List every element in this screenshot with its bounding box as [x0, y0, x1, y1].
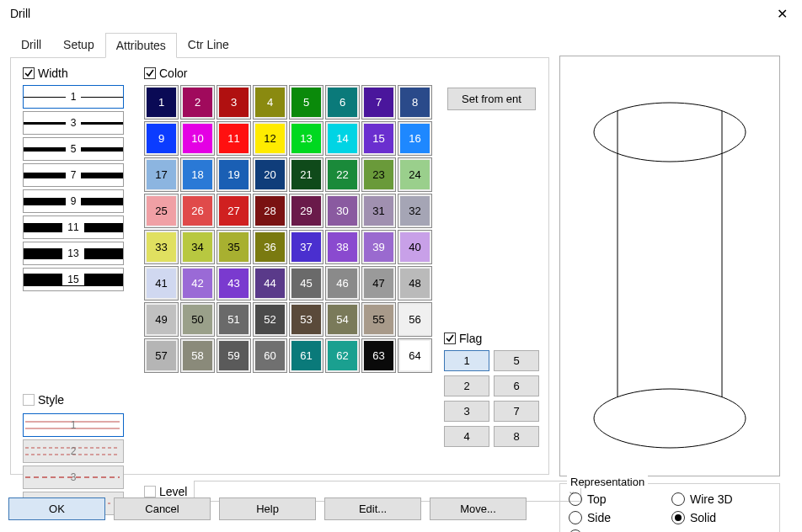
color-swatch-39[interactable]: 39	[361, 230, 396, 264]
color-swatch-29[interactable]: 29	[289, 194, 323, 228]
color-swatch-14[interactable]: 14	[325, 121, 360, 156]
color-swatch-15[interactable]: 15	[361, 121, 396, 156]
width-option-3[interactable]: 3	[23, 111, 124, 135]
color-swatch-24[interactable]: 24	[398, 157, 432, 192]
width-option-15[interactable]: 15	[23, 268, 124, 291]
width-option-13[interactable]: 13	[23, 242, 124, 265]
color-swatch-25[interactable]: 25	[144, 194, 179, 228]
color-swatch-17[interactable]: 17	[144, 157, 179, 192]
flag-option-2[interactable]: 2	[444, 375, 489, 396]
flag-option-1[interactable]: 1	[444, 350, 489, 371]
edit-button[interactable]: Edit...	[324, 497, 421, 520]
color-swatch-50[interactable]: 50	[180, 302, 215, 337]
color-swatch-35[interactable]: 35	[217, 230, 251, 264]
color-swatch-33[interactable]: 33	[144, 230, 179, 264]
close-button[interactable]: ✕	[772, 6, 792, 22]
style-option-2[interactable]: 2	[23, 439, 124, 463]
level-checkbox[interactable]: Level	[144, 485, 187, 498]
color-swatch-27[interactable]: 27	[217, 194, 251, 228]
style-option-1[interactable]: 1	[23, 413, 124, 437]
width-option-9[interactable]: 9	[23, 189, 124, 213]
color-swatch-55[interactable]: 55	[361, 302, 396, 337]
color-swatch-49[interactable]: 49	[144, 302, 179, 337]
color-swatch-45[interactable]: 45	[289, 266, 323, 301]
color-swatch-16[interactable]: 16	[398, 121, 432, 156]
color-swatch-44[interactable]: 44	[253, 266, 287, 301]
tab-ctr-line[interactable]: Ctr Line	[177, 32, 240, 57]
rep-radio-side[interactable]: Side	[569, 511, 668, 524]
width-option-5[interactable]: 5	[23, 137, 124, 161]
cancel-button[interactable]: Cancel	[114, 497, 211, 520]
color-swatch-41[interactable]: 41	[144, 266, 179, 301]
style-option-3[interactable]: 3	[23, 466, 124, 489]
color-swatch-19[interactable]: 19	[217, 157, 251, 192]
help-button[interactable]: Help	[219, 497, 316, 520]
tab-drill[interactable]: Drill	[10, 32, 52, 57]
color-swatch-43[interactable]: 43	[217, 266, 251, 301]
color-swatch-13[interactable]: 13	[289, 121, 323, 156]
color-swatch-61[interactable]: 61	[289, 338, 323, 373]
color-swatch-11[interactable]: 11	[217, 121, 251, 156]
width-checkbox[interactable]: Width	[23, 66, 68, 80]
flag-option-6[interactable]: 6	[494, 375, 539, 396]
color-swatch-5[interactable]: 5	[289, 85, 323, 120]
color-swatch-51[interactable]: 51	[217, 302, 251, 337]
color-checkbox[interactable]: Color	[144, 66, 187, 80]
color-swatch-53[interactable]: 53	[289, 302, 323, 337]
color-swatch-20[interactable]: 20	[253, 157, 287, 192]
color-swatch-42[interactable]: 42	[180, 266, 215, 301]
color-swatch-8[interactable]: 8	[398, 85, 432, 120]
color-swatch-3[interactable]: 3	[217, 85, 251, 120]
color-swatch-23[interactable]: 23	[361, 157, 396, 192]
set-from-ent-button[interactable]: Set from ent	[447, 88, 536, 110]
width-option-7[interactable]: 7	[23, 163, 124, 187]
color-swatch-32[interactable]: 32	[398, 194, 432, 228]
color-swatch-30[interactable]: 30	[325, 194, 360, 228]
flag-option-4[interactable]: 4	[444, 426, 489, 447]
rep-radio-solid[interactable]: Solid	[671, 511, 771, 524]
color-swatch-28[interactable]: 28	[253, 194, 287, 228]
color-swatch-26[interactable]: 26	[180, 194, 215, 228]
rep-radio-top[interactable]: Top	[569, 492, 668, 506]
color-swatch-40[interactable]: 40	[398, 230, 432, 264]
color-swatch-60[interactable]: 60	[253, 338, 287, 373]
flag-option-5[interactable]: 5	[494, 350, 539, 371]
flag-option-8[interactable]: 8	[494, 426, 539, 447]
color-swatch-18[interactable]: 18	[180, 157, 215, 192]
color-swatch-12[interactable]: 12	[253, 121, 287, 156]
style-checkbox[interactable]: Style	[23, 393, 64, 407]
color-swatch-59[interactable]: 59	[217, 338, 251, 373]
tab-setup[interactable]: Setup	[52, 32, 105, 57]
color-swatch-31[interactable]: 31	[361, 194, 396, 228]
rep-radio-wire-3d[interactable]: Wire 3D	[671, 492, 771, 506]
flag-checkbox[interactable]: Flag	[444, 332, 482, 345]
color-swatch-22[interactable]: 22	[325, 157, 360, 192]
color-swatch-2[interactable]: 2	[180, 85, 215, 120]
color-swatch-46[interactable]: 46	[325, 266, 360, 301]
color-swatch-34[interactable]: 34	[180, 230, 215, 264]
color-swatch-52[interactable]: 52	[253, 302, 287, 337]
color-swatch-57[interactable]: 57	[144, 338, 179, 373]
width-option-1[interactable]: 1	[23, 85, 124, 109]
color-swatch-6[interactable]: 6	[325, 85, 360, 120]
color-swatch-38[interactable]: 38	[325, 230, 360, 264]
color-swatch-63[interactable]: 63	[361, 338, 396, 373]
color-swatch-37[interactable]: 37	[289, 230, 323, 264]
color-swatch-54[interactable]: 54	[325, 302, 360, 337]
color-swatch-48[interactable]: 48	[398, 266, 432, 301]
move-button[interactable]: Move...	[430, 497, 527, 520]
tab-attributes[interactable]: Attributes	[105, 33, 177, 58]
color-swatch-10[interactable]: 10	[180, 121, 215, 156]
flag-option-7[interactable]: 7	[494, 401, 539, 422]
color-swatch-62[interactable]: 62	[325, 338, 360, 373]
color-swatch-56[interactable]: 56	[398, 302, 432, 337]
color-swatch-58[interactable]: 58	[180, 338, 215, 373]
ok-button[interactable]: OK	[8, 497, 105, 520]
color-swatch-9[interactable]: 9	[144, 121, 179, 156]
color-swatch-36[interactable]: 36	[253, 230, 287, 264]
color-swatch-7[interactable]: 7	[361, 85, 396, 120]
color-swatch-4[interactable]: 4	[253, 85, 287, 120]
color-swatch-1[interactable]: 1	[144, 85, 179, 120]
color-swatch-47[interactable]: 47	[361, 266, 396, 301]
width-option-11[interactable]: 11	[23, 215, 124, 239]
